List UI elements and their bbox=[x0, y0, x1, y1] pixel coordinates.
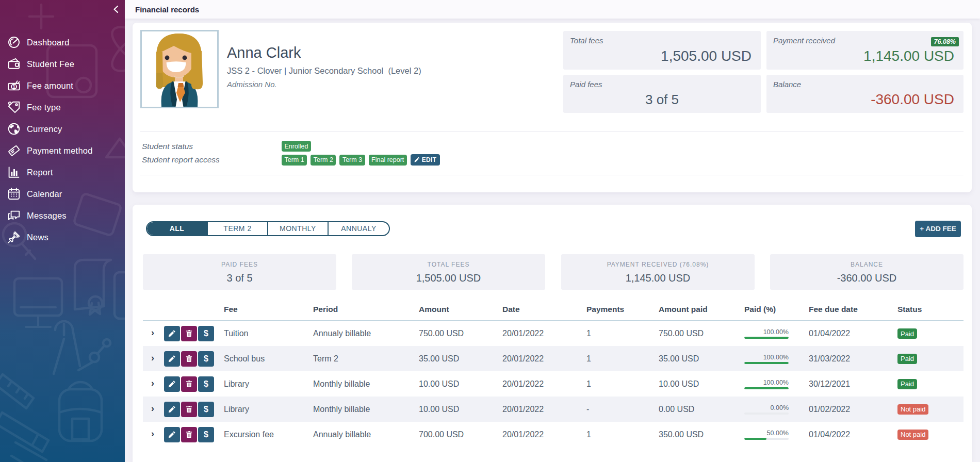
svg-text:1: 1 bbox=[12, 84, 15, 90]
